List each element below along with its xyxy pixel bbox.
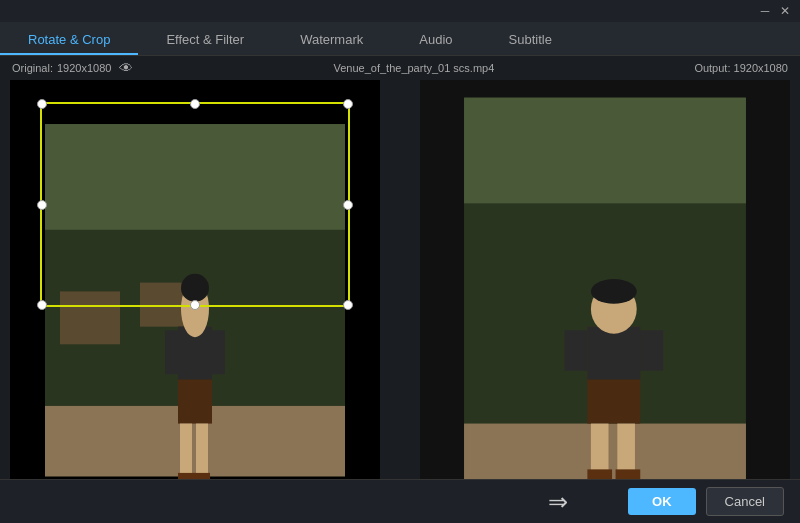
output-res: 1920x1080 <box>734 62 788 74</box>
svg-point-23 <box>591 279 637 304</box>
eye-icon[interactable]: 👁 <box>119 60 133 76</box>
crop-handle-mr[interactable] <box>343 200 353 210</box>
right-video-panel <box>420 80 790 520</box>
output-label: Output: <box>694 62 730 74</box>
crop-box[interactable] <box>40 102 350 307</box>
minimize-button[interactable]: ─ <box>758 4 772 18</box>
filename: Venue_of_the_party_01 scs.mp4 <box>333 62 494 74</box>
tab-effect-filter[interactable]: Effect & Filter <box>138 26 272 55</box>
right-video-svg <box>420 80 790 520</box>
svg-rect-21 <box>587 327 640 380</box>
crop-handle-ml[interactable] <box>37 200 47 210</box>
crop-handle-br[interactable] <box>343 300 353 310</box>
bottom-bar: ⇒ OK Cancel <box>0 479 800 523</box>
crop-handle-tl[interactable] <box>37 99 47 109</box>
tabs-bar: Rotate & Crop Effect & Filter Watermark … <box>0 22 800 56</box>
left-video-panel <box>10 80 380 520</box>
video-panels <box>0 80 800 523</box>
svg-rect-11 <box>196 424 208 477</box>
tab-audio[interactable]: Audio <box>391 26 480 55</box>
tab-rotate-crop[interactable]: Rotate & Crop <box>0 26 138 55</box>
video-area: Original: 1920x1080 👁 Venue_of_the_party… <box>0 56 800 523</box>
svg-rect-10 <box>180 424 192 477</box>
crop-handle-bl[interactable] <box>37 300 47 310</box>
close-button[interactable]: ✕ <box>778 4 792 18</box>
cancel-button[interactable]: Cancel <box>706 487 784 516</box>
svg-rect-15 <box>212 330 225 374</box>
original-res: 1920x1080 <box>57 62 111 74</box>
svg-rect-29 <box>640 330 663 371</box>
svg-rect-18 <box>464 98 746 204</box>
ok-button[interactable]: OK <box>628 488 696 515</box>
tab-subtitle[interactable]: Subtitle <box>481 26 580 55</box>
crop-handle-tm[interactable] <box>190 99 200 109</box>
original-label: Original: <box>12 62 53 74</box>
svg-rect-28 <box>564 330 587 371</box>
svg-rect-24 <box>591 424 609 473</box>
tab-watermark[interactable]: Watermark <box>272 26 391 55</box>
svg-rect-25 <box>617 424 635 473</box>
crop-handle-bm[interactable] <box>190 300 200 310</box>
svg-rect-14 <box>165 330 178 374</box>
main-content: Original: 1920x1080 👁 Venue_of_the_party… <box>0 56 800 522</box>
video-info-bar: Original: 1920x1080 👁 Venue_of_the_party… <box>0 56 800 80</box>
title-bar: ─ ✕ <box>0 0 800 22</box>
arrow-icon: ⇒ <box>548 488 568 516</box>
crop-handle-tr[interactable] <box>343 99 353 109</box>
